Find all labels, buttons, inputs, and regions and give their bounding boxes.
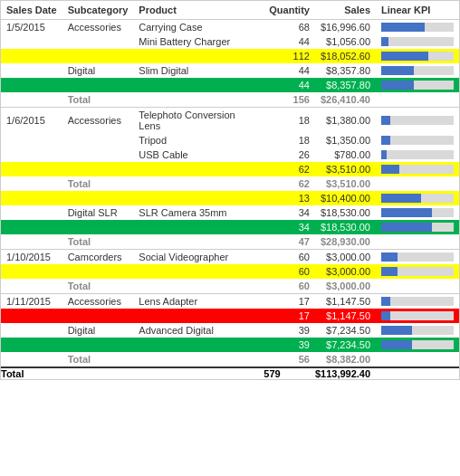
table-row: Total 56 $8,382.00 bbox=[1, 352, 459, 367]
cell-sales: $1,147.50 bbox=[315, 309, 376, 323]
cell-subcat bbox=[62, 148, 134, 162]
cell-sales: $3,000.00 bbox=[315, 279, 376, 294]
cell-sales: $8,357.80 bbox=[315, 63, 376, 78]
table-row: Total 60 $3,000.00 bbox=[1, 279, 459, 294]
cell-qty: 39 bbox=[264, 338, 315, 352]
cell-subcat bbox=[62, 264, 134, 279]
cell-product bbox=[133, 338, 264, 352]
cell-kpi bbox=[376, 220, 459, 234]
cell-sales: $3,510.00 bbox=[315, 162, 376, 176]
cell-date: 1/6/2015 bbox=[1, 108, 62, 134]
cell-date bbox=[1, 191, 62, 205]
cell-kpi bbox=[376, 279, 459, 294]
cell-date bbox=[1, 49, 62, 63]
table-row: 62 $3,510.00 bbox=[1, 162, 459, 176]
cell-subcat: Total bbox=[62, 92, 134, 108]
cell-sales: $28,930.00 bbox=[315, 234, 376, 250]
cell-subcat bbox=[62, 49, 134, 63]
cell-sales: $780.00 bbox=[315, 148, 376, 162]
table-row: Total 62 $3,510.00 bbox=[1, 176, 459, 191]
cell-date bbox=[1, 162, 62, 176]
cell-date bbox=[1, 176, 62, 191]
cell-kpi bbox=[376, 176, 459, 191]
cell-product bbox=[133, 162, 264, 176]
cell-kpi bbox=[376, 78, 459, 92]
cell-product: USB Cable bbox=[133, 148, 264, 162]
cell-subcat: Digital SLR bbox=[62, 205, 134, 220]
cell-subcat bbox=[62, 191, 134, 205]
cell-kpi bbox=[376, 108, 459, 134]
cell-product: Advanced Digital bbox=[133, 323, 264, 338]
table-row: USB Cable 26 $780.00 bbox=[1, 148, 459, 162]
cell-sales: $3,000.00 bbox=[315, 250, 376, 265]
cell-qty: 62 bbox=[264, 162, 315, 176]
cell-sales: $1,147.50 bbox=[315, 294, 376, 309]
main-table-container: Sales Date Subcategory Product Quantity … bbox=[0, 0, 460, 380]
grand-total-label: Total bbox=[1, 367, 264, 379]
cell-subcat: Digital bbox=[62, 323, 134, 338]
cell-product: Social Videographer bbox=[133, 250, 264, 265]
cell-product bbox=[133, 220, 264, 234]
cell-kpi bbox=[376, 205, 459, 220]
cell-subcat bbox=[62, 309, 134, 323]
cell-sales: $10,400.00 bbox=[315, 191, 376, 205]
grand-total-kpi bbox=[376, 367, 459, 379]
table-row: Tripod 18 $1,350.00 bbox=[1, 133, 459, 148]
cell-sales: $18,530.00 bbox=[315, 205, 376, 220]
cell-date: 1/5/2015 bbox=[1, 20, 62, 35]
col-header-qty: Quantity bbox=[264, 1, 315, 20]
table-row: 1/10/2015 Camcorders Social Videographer… bbox=[1, 250, 459, 265]
cell-qty: 44 bbox=[264, 63, 315, 78]
table-row: 34 $18,530.00 bbox=[1, 220, 459, 234]
cell-date bbox=[1, 352, 62, 367]
cell-qty: 44 bbox=[264, 78, 315, 92]
cell-subcat bbox=[62, 34, 134, 49]
table-row: 1/11/2015 Accessories Lens Adapter 17 $1… bbox=[1, 294, 459, 309]
table-row: Digital SLR SLR Camera 35mm 34 $18,530.0… bbox=[1, 205, 459, 220]
cell-date bbox=[1, 148, 62, 162]
table-row: 13 $10,400.00 bbox=[1, 191, 459, 205]
cell-qty: 62 bbox=[264, 176, 315, 191]
cell-product bbox=[133, 264, 264, 279]
cell-date bbox=[1, 78, 62, 92]
cell-sales: $1,056.00 bbox=[315, 34, 376, 49]
cell-kpi bbox=[376, 162, 459, 176]
cell-subcat bbox=[62, 133, 134, 148]
cell-date bbox=[1, 279, 62, 294]
cell-subcat bbox=[62, 78, 134, 92]
cell-qty: 47 bbox=[264, 234, 315, 250]
cell-sales: $7,234.50 bbox=[315, 338, 376, 352]
cell-qty: 17 bbox=[264, 294, 315, 309]
grand-total-row: Total 579 $113,992.40 bbox=[1, 367, 459, 379]
col-header-date: Sales Date bbox=[1, 1, 62, 20]
grand-total-sales: $113,992.40 bbox=[315, 367, 376, 379]
cell-subcat: Total bbox=[62, 176, 134, 191]
cell-date bbox=[1, 338, 62, 352]
cell-sales: $3,000.00 bbox=[315, 264, 376, 279]
cell-qty: 60 bbox=[264, 250, 315, 265]
cell-subcat: Digital bbox=[62, 63, 134, 78]
cell-kpi bbox=[376, 148, 459, 162]
table-row: 44 $8,357.80 bbox=[1, 78, 459, 92]
cell-product: Mini Battery Charger bbox=[133, 34, 264, 49]
cell-qty: 68 bbox=[264, 20, 315, 35]
table-row: Total 156 $26,410.40 bbox=[1, 92, 459, 108]
cell-kpi bbox=[376, 20, 459, 35]
cell-sales: $7,234.50 bbox=[315, 323, 376, 338]
col-header-sales: Sales bbox=[315, 1, 376, 20]
table-row: 1/6/2015 Accessories Telephoto Conversio… bbox=[1, 108, 459, 134]
cell-kpi bbox=[376, 191, 459, 205]
table-row: Digital Slim Digital 44 $8,357.80 bbox=[1, 63, 459, 78]
cell-qty: 26 bbox=[264, 148, 315, 162]
table-row: 112 $18,052.60 bbox=[1, 49, 459, 63]
cell-product: Slim Digital bbox=[133, 63, 264, 78]
col-header-product: Product bbox=[133, 1, 264, 20]
cell-date bbox=[1, 205, 62, 220]
cell-kpi bbox=[376, 309, 459, 323]
cell-kpi bbox=[376, 49, 459, 63]
cell-qty: 112 bbox=[264, 49, 315, 63]
cell-kpi bbox=[376, 352, 459, 367]
cell-product bbox=[133, 234, 264, 250]
cell-kpi bbox=[376, 264, 459, 279]
cell-subcat: Total bbox=[62, 352, 134, 367]
